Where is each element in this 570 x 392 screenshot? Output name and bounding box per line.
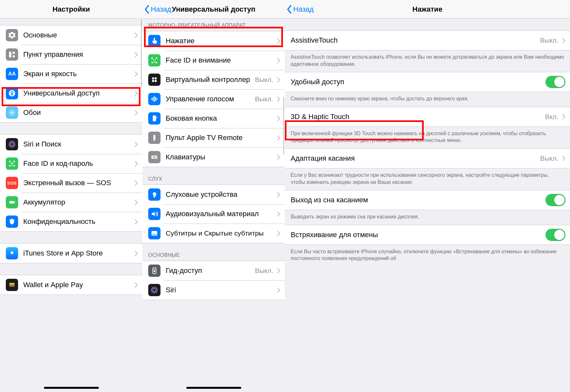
row-label: Face ID и внимание bbox=[166, 56, 275, 65]
row-hearing-devices[interactable]: Слуховые устройства bbox=[142, 185, 285, 204]
battery-icon bbox=[6, 196, 18, 208]
chevron-right-icon bbox=[135, 142, 138, 147]
svg-rect-1 bbox=[13, 52, 15, 54]
accom-group: Адаптация касания Выкл. bbox=[285, 148, 570, 168]
tap-to-wake-switch[interactable] bbox=[545, 194, 565, 206]
siri-icon bbox=[6, 138, 18, 150]
row-label: Нажатие bbox=[166, 37, 275, 45]
voice-control-icon bbox=[148, 93, 161, 105]
row-label: Клавиатуры bbox=[166, 153, 275, 161]
row-tap-to-wake[interactable]: Выход из сна касанием bbox=[285, 190, 570, 210]
svg-rect-24 bbox=[156, 117, 157, 118]
row-display[interactable]: AA Экран и яркость bbox=[0, 64, 142, 84]
haptic-group: 3D & Haptic Touch Вкл. bbox=[285, 107, 570, 127]
settings-pane: Настройки Основные Пункт управления AA Э… bbox=[0, 0, 142, 392]
row-audiovisual[interactable]: Аудиовизуальный материал bbox=[142, 204, 285, 224]
row-switch-control[interactable]: Виртуальный контроллер Выкл. bbox=[142, 70, 285, 89]
chevron-right-icon bbox=[135, 91, 138, 96]
subtitles-icon bbox=[148, 227, 161, 239]
row-itunes[interactable]: iTunes Store и App Store bbox=[0, 244, 142, 263]
row-label: Гид-доступ bbox=[166, 266, 255, 275]
settings-group-1: Основные Пункт управления AA Экран и ярк… bbox=[0, 25, 142, 123]
row-faceid[interactable]: Face ID и код-пароль bbox=[0, 154, 142, 173]
shake-to-undo-switch[interactable] bbox=[545, 229, 565, 241]
row-privacy[interactable]: Конфиденциальность bbox=[0, 212, 142, 231]
row-general[interactable]: Основные bbox=[0, 25, 142, 45]
row-value: Выкл. bbox=[255, 95, 273, 103]
nav-bar: Назад Нажатие bbox=[285, 0, 570, 19]
row-guided-access[interactable]: Гид-доступ Выкл. bbox=[142, 261, 285, 280]
control-center-icon bbox=[6, 48, 18, 61]
row-control-center[interactable]: Пункт управления bbox=[0, 45, 142, 64]
nav-title: Настройки bbox=[0, 5, 142, 14]
row-label: Управление голосом bbox=[166, 95, 255, 103]
row-battery[interactable]: Аккумулятор bbox=[0, 193, 142, 212]
reachability-switch[interactable] bbox=[545, 76, 565, 88]
back-button[interactable]: Назад bbox=[285, 5, 314, 14]
row-touch-accommodations[interactable]: Адаптация касания Выкл. bbox=[285, 149, 570, 168]
svg-point-8 bbox=[9, 141, 15, 147]
svg-rect-21 bbox=[152, 80, 154, 82]
settings-group-4: Wallet и Apple Pay bbox=[0, 275, 142, 295]
touch-icon bbox=[148, 35, 161, 47]
row-accessibility[interactable]: Универсальный доступ bbox=[0, 84, 142, 103]
side-button-icon bbox=[148, 112, 161, 125]
svg-rect-13 bbox=[15, 202, 15, 203]
settings-group-3: iTunes Store и App Store bbox=[0, 243, 142, 263]
row-assistive-touch[interactable]: AssistiveTouch Выкл. bbox=[285, 31, 570, 50]
row-label: Основные bbox=[23, 31, 132, 39]
row-sos[interactable]: SOS Экстренный вызов — SOS bbox=[0, 173, 142, 193]
section-header-motor: МОТОРНО-ДВИГАТЕЛЬНЫЙ АППАРАТ bbox=[142, 19, 285, 31]
chevron-right-icon bbox=[135, 161, 138, 166]
row-value: Выкл. bbox=[255, 76, 273, 84]
back-button[interactable]: Назад bbox=[142, 5, 171, 14]
row-label: Конфиденциальность bbox=[23, 217, 132, 226]
row-label: Виртуальный контроллер bbox=[166, 75, 255, 84]
row-touch[interactable]: Нажатие bbox=[142, 31, 285, 51]
row-haptic-touch[interactable]: 3D & Haptic Touch Вкл. bbox=[285, 107, 570, 126]
chevron-right-icon bbox=[277, 58, 280, 63]
svg-point-40 bbox=[153, 288, 156, 292]
section-header-hearing: СЛУХ bbox=[142, 167, 285, 185]
chevron-right-icon bbox=[277, 77, 280, 83]
back-label: Назад bbox=[293, 5, 314, 14]
accessibility-pane: Назад Универсальный доступ МОТОРНО-ДВИГА… bbox=[142, 0, 285, 392]
row-keyboards[interactable]: Клавиатуры bbox=[142, 147, 285, 167]
row-wallet[interactable]: Wallet и Apple Pay bbox=[0, 275, 142, 295]
sos-icon: SOS bbox=[6, 177, 18, 189]
svg-point-26 bbox=[154, 139, 155, 140]
accessibility-icon bbox=[6, 87, 18, 99]
svg-point-5 bbox=[11, 112, 13, 114]
settings-group-2: Siri и Поиск Face ID и код-пароль SOS Эк… bbox=[0, 134, 142, 232]
chevron-right-icon bbox=[277, 268, 280, 274]
row-label: Боковая кнопка bbox=[166, 114, 275, 123]
chevron-right-icon bbox=[277, 116, 280, 121]
accom-footer: Если у Вас возникают трудности при испол… bbox=[285, 168, 570, 190]
chevron-right-icon bbox=[277, 96, 280, 102]
svg-rect-34 bbox=[151, 231, 157, 236]
row-label: Siri и Поиск bbox=[23, 140, 132, 148]
row-label: Адаптация касания bbox=[291, 154, 540, 163]
svg-rect-12 bbox=[9, 201, 14, 204]
row-wallpaper[interactable]: Обои bbox=[0, 103, 142, 122]
row-voice-control[interactable]: Управление голосом Выкл. bbox=[142, 89, 285, 109]
shake-group: Встряхивание для отмены bbox=[285, 225, 570, 245]
row-siri[interactable]: Siri и Поиск bbox=[0, 135, 142, 154]
row-label: Универсальный доступ bbox=[23, 89, 132, 97]
row-subtitles[interactable]: Субтитры и Скрытые субтитры bbox=[142, 224, 285, 243]
row-faceid-attention[interactable]: Face ID и внимание bbox=[142, 51, 285, 70]
row-label: Выход из сна касанием bbox=[291, 196, 545, 204]
row-side-button[interactable]: Боковая кнопка bbox=[142, 109, 285, 128]
svg-rect-36 bbox=[156, 234, 157, 235]
tapwake-footer: Выводить экран из режима сна при касании… bbox=[285, 210, 570, 225]
chevron-right-icon bbox=[277, 192, 280, 197]
svg-rect-15 bbox=[9, 284, 15, 286]
svg-rect-30 bbox=[154, 156, 155, 157]
row-label: Wallet и Apple Pay bbox=[23, 281, 132, 289]
display-icon: AA bbox=[6, 68, 18, 80]
row-reachability[interactable]: Удобный доступ bbox=[285, 72, 570, 92]
row-siri-acc[interactable]: Siri bbox=[142, 280, 285, 300]
row-shake-to-undo[interactable]: Встряхивание для отмены bbox=[285, 225, 570, 245]
row-tv-remote[interactable]: Пульт Apple TV Remote bbox=[142, 128, 285, 147]
svg-rect-22 bbox=[155, 80, 157, 82]
